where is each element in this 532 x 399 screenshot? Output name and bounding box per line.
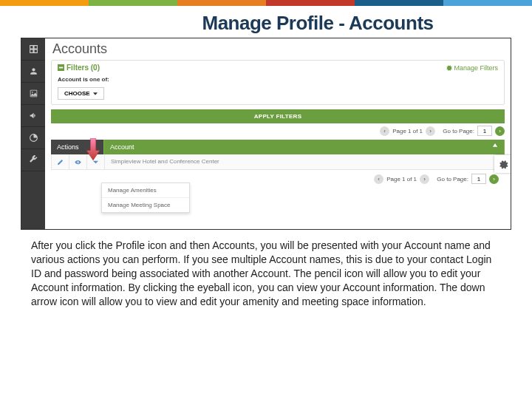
actions-dropdown: Manage Amenities Manage Meeting Space	[101, 183, 190, 213]
col-account-label: Account	[110, 143, 134, 151]
row-account-name: Simpleview Hotel and Conference Center	[105, 154, 504, 169]
edit-button[interactable]	[52, 154, 69, 169]
manage-filters-text: Manage Filters	[454, 64, 498, 72]
pager-page-text: Page 1 of 1	[386, 176, 417, 183]
sidebar-item-home[interactable]	[21, 38, 45, 61]
table-row: Simpleview Hotel and Conference Center	[51, 154, 505, 170]
pager-goto-input[interactable]	[471, 174, 486, 184]
manage-filters-link[interactable]: Manage Filters	[446, 64, 498, 72]
choose-button-label: CHOOSE	[64, 90, 90, 97]
page-title: Manage Profile - Accounts	[0, 6, 532, 38]
pager-goto-input[interactable]	[477, 126, 492, 136]
apply-filters-button[interactable]: APPLY FILTERS	[51, 109, 505, 123]
sidebar-item-image[interactable]	[21, 83, 45, 105]
main-panel: Accounts Filters (0) Manage Filters Acco…	[45, 38, 511, 229]
filters-toggle[interactable]: Filters (0)	[58, 64, 100, 72]
app-screenshot: Accounts Filters (0) Manage Filters Acco…	[21, 38, 511, 230]
svg-rect-2	[59, 67, 63, 69]
pager-go-button[interactable]: ›	[489, 174, 499, 184]
pager-top: ‹ Page 1 of 1 › Go to Page: ›	[45, 123, 511, 138]
dropdown-manage-meeting-space[interactable]: Manage Meeting Space	[102, 198, 189, 212]
pencil-icon	[57, 159, 64, 166]
gear-icon	[446, 64, 452, 71]
sort-asc-icon	[492, 143, 498, 149]
pager-goto-label: Go to Page:	[443, 128, 474, 134]
pager-prev-button[interactable]: ‹	[380, 126, 389, 136]
table-header: Actions Account	[51, 140, 505, 154]
red-arrow-annotation	[82, 138, 104, 160]
collapse-icon	[58, 64, 64, 71]
sidebar-item-reports[interactable]	[21, 127, 45, 149]
pager-next-button[interactable]: ›	[426, 126, 435, 136]
pager-next-button[interactable]: ›	[420, 174, 429, 184]
filter-field-label: Account is one of:	[58, 76, 498, 83]
accounts-header: Accounts	[45, 38, 511, 58]
col-account[interactable]: Account	[104, 140, 505, 154]
pager-prev-button[interactable]: ‹	[374, 174, 383, 184]
pager-page-text: Page 1 of 1	[392, 128, 423, 134]
sidebar	[21, 38, 45, 229]
caret-down-icon	[93, 92, 98, 96]
svg-point-0	[32, 92, 33, 93]
pager-go-button[interactable]: ›	[495, 126, 505, 136]
dropdown-manage-amenities[interactable]: Manage Amenities	[102, 183, 189, 198]
filters-panel: Filters (0) Manage Filters Account is on…	[51, 60, 505, 105]
filters-label-text: Filters (0)	[66, 64, 100, 72]
sidebar-item-settings[interactable]	[21, 149, 45, 171]
sidebar-item-announce[interactable]	[21, 105, 45, 127]
sidebar-item-profile[interactable]	[21, 61, 45, 83]
choose-button[interactable]: CHOOSE	[58, 87, 104, 100]
top-color-stripe	[0, 0, 532, 6]
pager-goto-label: Go to Page:	[437, 176, 468, 183]
gear-icon	[498, 159, 508, 169]
eye-icon	[75, 159, 81, 166]
table-settings-gear[interactable]	[494, 155, 511, 173]
description-text: After you click the Profile icon and the…	[0, 230, 532, 308]
